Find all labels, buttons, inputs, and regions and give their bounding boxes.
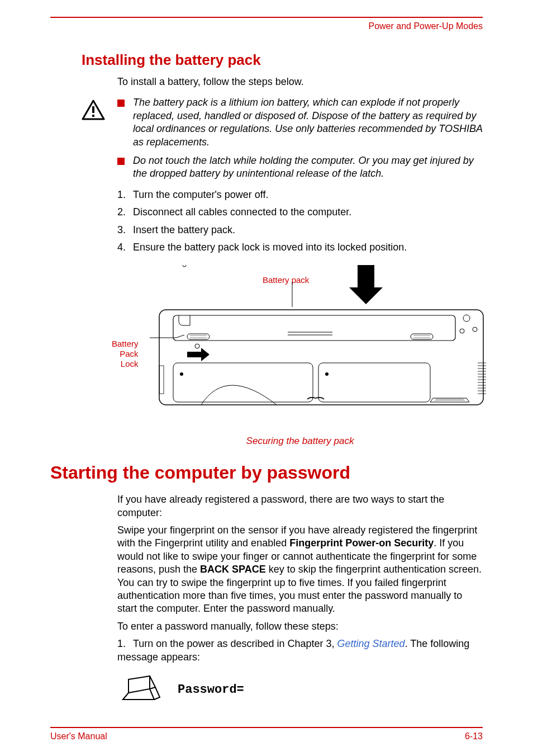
footer-right: 6-13 (465, 731, 483, 741)
para2-bold1: Fingerprint Power-on Security (289, 537, 434, 549)
step-text: Insert the battery pack. (133, 224, 235, 235)
footer: User's Manual 6-13 (50, 727, 483, 741)
warning-item-1: The battery pack is a lithium ion batter… (117, 96, 483, 149)
svg-rect-23 (173, 363, 313, 402)
pw-step1-pre: Turn on the power as described in Chapte… (133, 638, 337, 649)
svg-marker-19 (187, 348, 210, 361)
svg-rect-1 (92, 106, 94, 113)
svg-point-15 (460, 329, 464, 333)
svg-point-14 (473, 327, 477, 332)
svg-point-25 (180, 372, 183, 376)
figure: Battery pack Battery Pack Lock (117, 265, 483, 430)
password-prompt-box: Password= (122, 675, 483, 708)
svg-point-26 (325, 372, 329, 376)
step-text: Disconnect all cables connected to the c… (133, 206, 351, 218)
svg-line-22 (176, 335, 184, 338)
header-rule (50, 17, 483, 18)
step-3: 3.Insert the battery pack. (117, 224, 483, 237)
warning-icon (82, 100, 105, 123)
page-header: Power and Power-Up Modes (0, 21, 483, 31)
intro-text: To install a battery, follow the steps b… (117, 75, 483, 88)
svg-rect-24 (318, 363, 430, 402)
footer-left: User's Manual (50, 731, 107, 741)
svg-rect-6 (173, 315, 455, 341)
figure-label-lock: Battery Pack Lock (112, 339, 139, 369)
para2: Swipe your fingerprint on the sensor if … (117, 524, 483, 616)
svg-rect-2 (92, 115, 94, 117)
svg-rect-5 (159, 310, 483, 405)
step-1: 1.Turn the computer's power off. (117, 188, 483, 201)
step-2: 2.Disconnect all cables connected to the… (117, 206, 483, 219)
para1: If you have already registered a passwor… (117, 493, 483, 519)
password-prompt-text: Password= (178, 683, 244, 697)
laptop-icon (122, 675, 161, 705)
svg-line-42 (150, 676, 155, 687)
pw-step-1: 1.Turn on the power as described in Chap… (117, 637, 483, 664)
chapter-heading-password: Starting the computer by password (50, 462, 533, 483)
step-text: Ensure the battery pack lock is moved in… (133, 242, 407, 253)
section-heading-install: Installing the battery pack (82, 51, 533, 69)
warning-box: The battery pack is a lithium ion batter… (82, 96, 483, 180)
figure-caption: Securing the battery pack (117, 436, 483, 447)
getting-started-link[interactable]: Getting Started (337, 638, 405, 649)
svg-marker-3 (349, 265, 383, 304)
laptop-diagram (148, 265, 494, 430)
step-text: Turn the computer's power off. (133, 189, 269, 200)
warning-item-2: Do not touch the latch while holding the… (117, 154, 483, 181)
svg-point-16 (183, 265, 186, 267)
para2-bold2: BACK SPACE (200, 564, 266, 575)
svg-rect-10 (411, 334, 433, 339)
svg-point-13 (463, 315, 470, 322)
svg-rect-7 (187, 334, 210, 339)
svg-point-20 (195, 344, 199, 348)
svg-rect-27 (159, 366, 164, 394)
para3: To enter a password manually, follow the… (117, 620, 483, 633)
step-4: 4.Ensure the battery pack lock is moved … (117, 241, 483, 254)
